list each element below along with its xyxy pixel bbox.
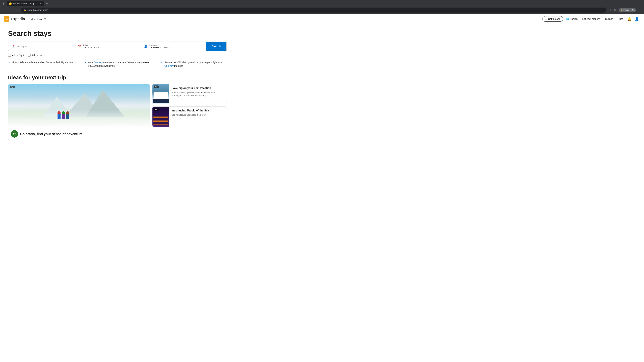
one-key-link-1[interactable]: One Key	[94, 61, 103, 64]
side-ad-description-1: Free unlimited open bar and much more wi…	[172, 91, 224, 97]
new-tab-button[interactable]: +	[44, 1, 49, 6]
incognito-label: Incognito (2)	[623, 9, 634, 11]
benefit-item-1: ✓ Most hotels are fully refundable. Beca…	[8, 61, 74, 64]
user-icon: 👤	[635, 17, 639, 21]
benefit-item-3: ✓ Save up to 30% when you add a hotel to…	[160, 61, 227, 68]
trips-label: Trips	[618, 17, 623, 20]
skier-1	[58, 111, 60, 119]
account-button[interactable]: 👤	[634, 16, 640, 22]
reload-button[interactable]: ⟳	[15, 7, 18, 12]
side-ad-badge-1: Ad	[154, 85, 159, 88]
add-car-checkbox-label[interactable]: Add a car	[28, 54, 42, 57]
more-travel-button[interactable]: More travel ▼	[29, 16, 48, 21]
bookmark-button[interactable]: ☆	[608, 7, 612, 12]
benefit-check-2: ✓	[84, 61, 86, 64]
search-bar: 📍 Going to 📅 Dates Jan 27 - Jan 31 👤 Tra…	[8, 41, 227, 51]
travelers-icon: 👤	[144, 44, 148, 48]
site-header: E Expedia More travel ▼ ⇩ Get the app 🌐 …	[0, 14, 644, 24]
dates-value: Jan 27 - Jan 31	[83, 46, 100, 49]
list-property-button[interactable]: List your property	[580, 16, 602, 21]
side-ad-content-2: Introducing Utopia of the Sea Sail with …	[169, 107, 226, 127]
tab-list-arrow[interactable]: ❮	[1, 1, 6, 6]
location-icon: 📍	[12, 44, 16, 48]
logo-area[interactable]: E Expedia	[4, 16, 25, 22]
travelers-label: Travelers	[149, 44, 170, 46]
get-app-button[interactable]: ⇩ Get the app	[542, 16, 563, 22]
more-travel-label: More travel	[30, 17, 43, 20]
browser-address-bar: ← → ⟳ 🔒 expedia.com/Hotels ☆ ⧉ 🕵 Incogni…	[0, 6, 644, 14]
tab-title: Hotels: Search Cheap Hotels, ...	[13, 2, 38, 5]
add-flight-checkbox-label[interactable]: Add a flight	[8, 54, 24, 57]
benefit-item-2: ✓ As a One Key member you can save 10% o…	[84, 61, 150, 68]
side-ad-content-1: Save big on your next vacation Free unli…	[169, 84, 226, 104]
add-flight-label: Add a flight	[12, 54, 24, 57]
browser-chrome: ❮ 🟡 Hotels: Search Cheap Hotels, ... ✕ +…	[0, 0, 644, 14]
incognito-icon: 🕵	[620, 9, 623, 11]
globe-icon: 🌐	[566, 17, 569, 20]
incognito-badge[interactable]: 🕵 Incognito (2)	[618, 8, 636, 12]
back-button[interactable]: ←	[2, 8, 6, 12]
tab-close-button[interactable]: ✕	[40, 2, 42, 5]
dates-field-content: Dates Jan 27 - Jan 31	[83, 44, 100, 49]
side-ad-image-1: Ad	[152, 84, 169, 104]
side-ad-badge-2: Ad	[154, 108, 159, 111]
active-tab[interactable]: 🟡 Hotels: Search Cheap Hotels, ... ✕	[7, 1, 44, 6]
split-view-button[interactable]: ⧉	[614, 8, 617, 12]
expedia-logo-text: Expedia	[11, 17, 25, 21]
page-title: Search stays	[8, 29, 227, 37]
list-property-label: List your property	[582, 17, 600, 20]
side-ad-image-2: Ad	[152, 107, 169, 127]
site-content: E Expedia More travel ▼ ⇩ Get the app 🌐 …	[0, 14, 644, 146]
trips-button[interactable]: Trips	[616, 16, 625, 21]
search-button[interactable]: Search	[206, 42, 226, 51]
skier-2	[62, 111, 65, 119]
support-button[interactable]: Support	[604, 16, 615, 21]
language-label: English	[570, 17, 578, 20]
address-bar[interactable]: 🔒 expedia.com/Hotels	[21, 7, 606, 12]
main-ad-card[interactable]: Ad CO Colorado, find your sense of adven…	[8, 84, 150, 140]
main-ad-badge: Ad	[10, 86, 14, 88]
colorado-logo-text: CO	[13, 133, 16, 135]
side-ad-card-2[interactable]: Ad Introducing Utopia of the Sea Sail wi…	[152, 106, 227, 127]
get-app-label: Get the app	[548, 17, 560, 20]
notifications-button[interactable]: 🔔	[626, 16, 632, 22]
night-ship-body	[153, 115, 168, 125]
header-actions: ⇩ Get the app 🌐 English List your proper…	[542, 16, 640, 22]
main-ad-title: Colorado, find your sense of adventure	[20, 132, 82, 136]
tab-favicon: 🟡	[9, 2, 12, 5]
more-options-button[interactable]: ⋮	[638, 7, 642, 12]
main-content: Search stays 📍 Going to 📅 Dates Jan 27 -…	[0, 24, 235, 146]
forward-button[interactable]: →	[8, 8, 13, 12]
one-key-link-2[interactable]: One Key	[164, 64, 174, 67]
main-ad-footer-content: CO Colorado, find your sense of adventur…	[11, 130, 147, 138]
dates-field[interactable]: 📅 Dates Jan 27 - Jan 31	[74, 42, 140, 51]
calendar-icon: 📅	[78, 44, 81, 48]
browser-tab-bar: ❮ 🟡 Hotels: Search Cheap Hotels, ... ✕ +	[0, 0, 644, 6]
going-to-field[interactable]: 📍 Going to	[8, 42, 74, 51]
ideas-section-title: Ideas for your next trip	[8, 74, 227, 81]
language-button[interactable]: 🌐 English	[564, 16, 579, 21]
chevron-down-icon: ▼	[44, 17, 46, 20]
search-button-label: Search	[212, 45, 221, 48]
side-ad-title-1: Save big on your next vacation	[172, 86, 224, 90]
benefit-text-2: As a One Key member you can save 10% or …	[88, 61, 150, 68]
dates-label: Dates	[83, 44, 100, 46]
extras-row: Add a flight Add a car	[8, 54, 227, 57]
address-text: expedia.com/Hotels	[28, 9, 604, 11]
add-car-checkbox[interactable]	[28, 54, 30, 57]
benefit-check-3: ✓	[160, 61, 163, 64]
side-ad-description-2: Sail with Royal Caribbean from Port	[172, 113, 224, 116]
travelers-value: 2 travelers, 1 room	[149, 46, 170, 49]
side-ad-title-2: Introducing Utopia of the Sea	[172, 109, 224, 112]
main-ad-footer: CO Colorado, find your sense of adventur…	[8, 128, 150, 140]
skier-3	[66, 111, 69, 119]
going-to-placeholder: Going to	[17, 45, 27, 48]
add-flight-checkbox[interactable]	[8, 54, 11, 57]
benefit-text-1: Most hotels are fully refundable. Becaus…	[12, 61, 74, 64]
travelers-field-content: Travelers 2 travelers, 1 room	[149, 44, 170, 49]
main-ad-image: Ad	[8, 84, 150, 128]
travelers-field[interactable]: 👤 Travelers 2 travelers, 1 room	[140, 42, 206, 51]
ski-background	[8, 84, 150, 128]
ship-lights	[153, 115, 168, 125]
side-ad-card-1[interactable]: Ad Save big on your next vacation Free u…	[152, 84, 227, 104]
